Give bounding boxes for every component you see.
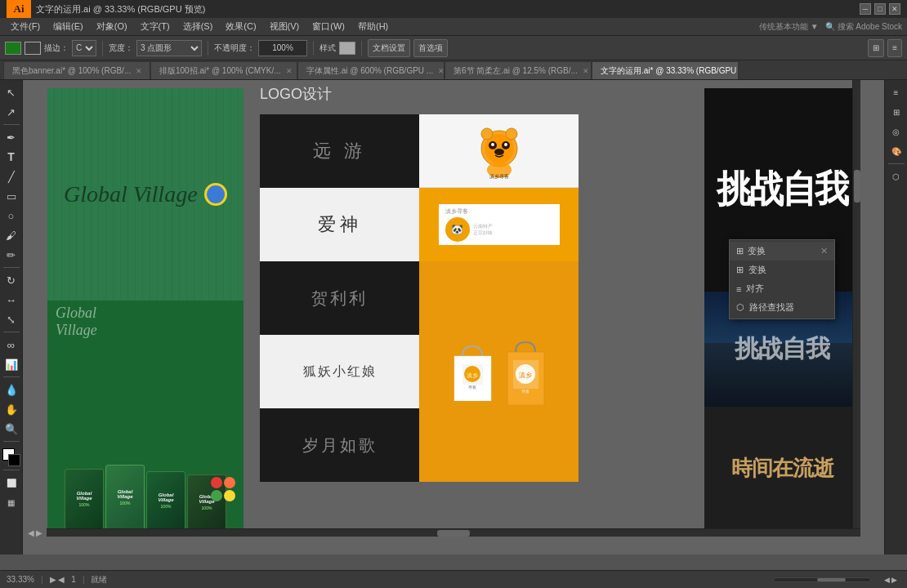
calli-top-text: 挑战自我 [717,171,847,208]
search-field[interactable]: 🔍 搜索 Adobe Stock [825,21,902,33]
menu-help[interactable]: 帮助(H) [352,19,394,34]
ctx-item-pathfinder[interactable]: ⬡ 路径查找器 [730,298,834,317]
zoom-level: 33.33% [7,575,34,584]
svg-point-7 [481,128,493,140]
fg-bg-colors[interactable] [2,448,20,466]
ctx-transform-label: 变换 [748,264,766,276]
scroll-left-arrow[interactable]: ◀ [884,576,890,584]
tab-0-close[interactable]: ✕ [136,67,142,75]
tab-2[interactable]: 字体属性.ai @ 600% (RGB/GPU ... ✕ [297,61,445,79]
select-tool[interactable]: ↖ [2,83,20,101]
tab-1-close[interactable]: ✕ [286,67,293,75]
pencil-tool[interactable]: ✏ [2,246,20,264]
blend-tool[interactable]: ∞ [2,336,20,354]
sep2: | [83,575,85,584]
panel-btn-5[interactable]: ⬡ [887,167,905,185]
panel-btn-4[interactable]: 🎨 [887,142,905,160]
direct-select-tool[interactable]: ↗ [2,103,20,121]
arrange-button[interactable]: ⊞ [868,39,884,57]
menu-effect[interactable]: 效果(C) [220,19,261,34]
nav-left[interactable]: ◀ [28,528,34,537]
prefs-button[interactable]: 首选项 [413,39,448,57]
left-toolbar: ↖ ↗ ✒ T ╱ ▭ ○ 🖌 ✏ ↻ ↔ ⤡ ∞ 📊 💧 ✋ 🔍 ⬜ ▦ [0,80,23,555]
calli-bottom: 時间在流逝 [704,407,860,530]
chart-tool[interactable]: 📊 [2,355,20,373]
canvas-area[interactable]: Global Village GlobalVillage GlobalVilla… [23,80,884,555]
h-scroll-bottom[interactable] [773,577,871,582]
opacity-input[interactable] [258,40,307,56]
ctx-item-align[interactable]: ≡ 对齐 [730,279,834,298]
menu-select[interactable]: 选择(S) [177,19,219,34]
svg-point-6 [494,149,504,155]
hand-tool[interactable]: ✋ [2,400,20,418]
brand-text-bottom: GlobalVillage [56,305,97,339]
eyedropper-tool[interactable]: 💧 [2,381,20,399]
tab-2-close[interactable]: ✕ [438,67,445,75]
app-logo: Ai [7,0,31,18]
panel-btn-2[interactable]: ⊞ [887,103,905,121]
minimize-button[interactable]: ─ [860,3,871,15]
tab-4[interactable]: 文字的运用.ai* @ 33.33% (RGB/GPU 预览) ✕ [592,61,739,79]
juice-products: GlobalVillage 100% GlobalVillage 100% Gl… [47,465,244,530]
menu-edit[interactable]: 编辑(E) [47,19,89,34]
tab-3-close[interactable]: ✕ [583,67,589,75]
scroll-right-arrow[interactable]: ▶ [891,576,897,584]
panel-btn-3[interactable]: ◎ [887,122,905,140]
logo-bags: 滇乡 寻客 滇乡 寻客 [419,261,579,482]
scale-tool[interactable]: ⤡ [2,310,20,328]
rect-tool[interactable]: ▭ [2,187,20,205]
juice-box-1: GlobalVillage 100% [65,469,104,530]
panels-button[interactable]: ≡ [887,39,902,57]
logo-grid: 远 游 爱神 贺利利 狐妖小红娘 岁月如歌 [260,114,579,482]
menu-object[interactable]: 对象(O) [91,19,133,34]
menu-view[interactable]: 视图(V) [264,19,306,34]
tab-0[interactable]: 黑色banner.ai* @ 100% (RGB/... ✕ [3,61,150,79]
context-close-btn[interactable]: ✕ [820,246,828,256]
logo-item-1: 远 游 [260,114,419,188]
title-bar-left: Ai 文字的运用.ai @ 33.33% (RGB/GPU 预览) [7,0,205,18]
fill-stroke-toggle[interactable]: ⬜ [2,474,20,492]
gradient-tool[interactable]: ▦ [2,493,20,511]
style-swatch[interactable] [339,42,355,55]
bag-2: 滇乡 寻客 [503,336,548,408]
restore-button[interactable]: □ [874,3,886,15]
nav-arrows[interactable]: ◀ ▶ [23,528,47,537]
v-scrollbar-thumb[interactable] [854,170,860,203]
ctx-item-transform[interactable]: ⊞ 变换 [730,261,834,279]
doc-setup-button[interactable]: 文档设置 [368,39,410,57]
close-button[interactable]: ✕ [889,3,900,15]
bottom-bar: 33.33% | ▶ ◀ 1 | 就绪 ◀ ▶ [0,570,907,588]
reflect-tool[interactable]: ↔ [2,291,20,309]
cursor-indicator [204,183,227,206]
line-tool[interactable]: ╱ [2,167,20,185]
menu-type[interactable]: 文字(T) [135,19,176,34]
logo-item-5: 岁月如歌 [260,408,419,482]
color-tools [2,448,20,466]
h-scroll-thumb[interactable] [817,578,846,581]
v-scrollbar[interactable] [852,80,860,528]
ellipse-tool[interactable]: ○ [2,207,20,225]
type-tool[interactable]: T [2,148,20,166]
brush-select[interactable]: 3 点圆形 [136,40,202,56]
zoom-tool[interactable]: 🔍 [2,420,20,438]
h-scrollbar[interactable] [47,528,860,537]
tab-3[interactable]: 第6节 简柔左.ai @ 12.5% (RGB/... ✕ [445,61,592,79]
fill-color[interactable] [5,42,21,55]
window-controls[interactable]: ─ □ ✕ [860,3,900,15]
logo-left-column: 远 游 爱神 贺利利 狐妖小红娘 岁月如歌 [260,114,419,482]
menu-window[interactable]: 窗口(W) [306,19,351,34]
background-color[interactable] [8,454,20,466]
tab-1[interactable]: 排版100招.ai* @ 100% (CMYK/... ✕ [150,61,297,79]
menu-file[interactable]: 文件(F) [5,19,46,34]
scroll-arrows[interactable]: ◀ ▶ [884,577,897,583]
h-scrollbar-thumb[interactable] [437,530,470,537]
left-artwork: Global Village GlobalVillage GlobalVilla… [47,88,244,530]
stroke-color[interactable] [25,42,41,55]
nav-right[interactable]: ▶ [36,528,42,537]
panel-btn-1[interactable]: ≡ [887,83,905,101]
paintbrush-tool[interactable]: 🖌 [2,226,20,244]
pen-tool[interactable]: ✒ [2,128,20,146]
stroke-select[interactable]: C [72,40,96,56]
rotate-tool[interactable]: ↻ [2,271,20,289]
logo-item-3: 贺利利 [260,261,419,335]
